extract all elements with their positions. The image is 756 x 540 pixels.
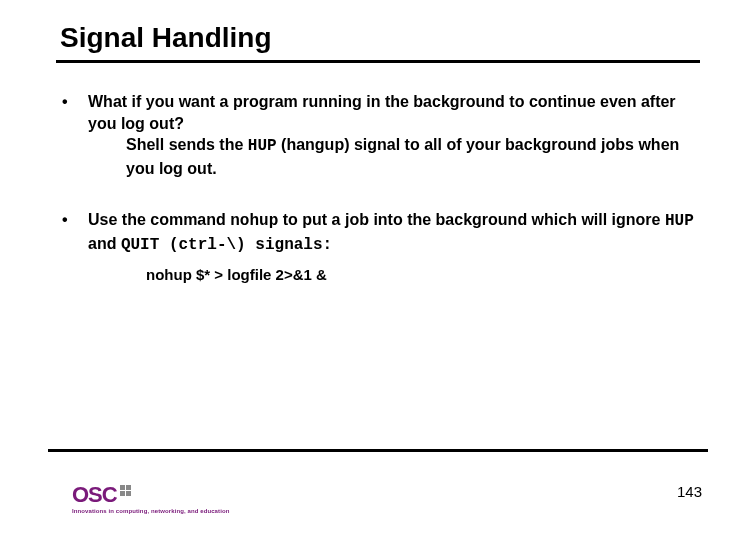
- code-block: nohup $* > logfile 2>&1 &: [88, 265, 700, 285]
- text-run: and: [88, 235, 121, 252]
- bullet-body: Use the command nohup to put a job into …: [88, 209, 700, 284]
- logo-row: OSC: [72, 484, 131, 506]
- logo: OSC Innovations in computing, networking…: [72, 484, 229, 514]
- bullet-subtext: Shell sends the HUP (hangup) signal to a…: [88, 134, 700, 179]
- logo-text: OSC: [72, 484, 117, 506]
- slide-title: Signal Handling: [48, 22, 708, 60]
- code-inline: HUP: [665, 212, 694, 230]
- text-run: signals:: [246, 236, 332, 254]
- bullet-marker: •: [56, 209, 88, 284]
- title-divider: [56, 60, 700, 63]
- text-run: to put a job into the background which w…: [278, 211, 665, 228]
- text-run: Use the command: [88, 211, 230, 228]
- bullet-item: • What if you want a program running in …: [56, 91, 700, 179]
- bullet-text: What if you want a program running in th…: [88, 93, 676, 132]
- bullet-body: What if you want a program running in th…: [88, 91, 700, 179]
- code-inline: QUIT (ctrl-\): [121, 236, 246, 254]
- content-area: • What if you want a program running in …: [48, 91, 708, 285]
- logo-squares-icon: [120, 485, 131, 496]
- code-inline: nohup: [230, 212, 278, 230]
- bullet-marker: •: [56, 91, 88, 179]
- text-run: Shell sends the: [126, 136, 248, 153]
- footer-divider-wrap: [48, 449, 708, 452]
- slide: Signal Handling • What if you want a pro…: [0, 0, 756, 540]
- logo-tagline: Innovations in computing, networking, an…: [72, 508, 229, 514]
- page-number: 143: [677, 483, 702, 500]
- footer-divider: [48, 449, 708, 452]
- code-inline: HUP: [248, 137, 277, 155]
- bullet-item: • Use the command nohup to put a job int…: [56, 209, 700, 284]
